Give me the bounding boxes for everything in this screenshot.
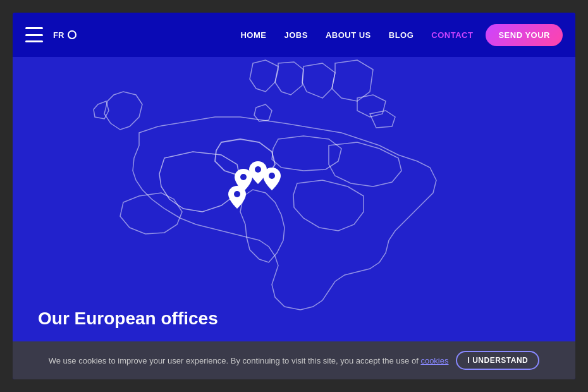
svg-point-1: [240, 174, 247, 180]
main-container: FR HOME JOBS ABOUT US BLOG CONTACT SEND …: [13, 13, 575, 379]
header: FR HOME JOBS ABOUT US BLOG CONTACT SEND …: [13, 13, 575, 57]
svg-point-3: [269, 173, 275, 179]
cookie-message: We use cookies to improve your user expe…: [49, 356, 449, 365]
page-title: Our European offices: [38, 309, 218, 329]
understand-button[interactable]: I UNDERSTAND: [456, 351, 539, 370]
nav-links: HOME JOBS ABOUT US BLOG CONTACT: [240, 30, 473, 40]
europe-map: [13, 57, 575, 341]
svg-point-2: [255, 166, 261, 173]
lang-area[interactable]: FR: [53, 30, 77, 40]
cookie-bar: We use cookies to improve your user expe…: [13, 341, 575, 379]
nav-blog[interactable]: BLOG: [389, 30, 414, 40]
nav-contact[interactable]: CONTACT: [431, 30, 473, 40]
nav-home[interactable]: HOME: [240, 30, 266, 40]
send-button[interactable]: SEND YOUR: [486, 24, 563, 46]
cookie-link[interactable]: cookies: [420, 356, 448, 365]
map-area: [13, 57, 575, 341]
globe-icon: [68, 30, 77, 39]
lang-label: FR: [53, 30, 64, 40]
nav-jobs[interactable]: JOBS: [284, 30, 307, 40]
svg-point-4: [234, 191, 240, 197]
outer-frame: FR HOME JOBS ABOUT US BLOG CONTACT SEND …: [0, 0, 588, 392]
nav-about[interactable]: ABOUT US: [326, 30, 371, 40]
logo-icon: [25, 25, 43, 45]
